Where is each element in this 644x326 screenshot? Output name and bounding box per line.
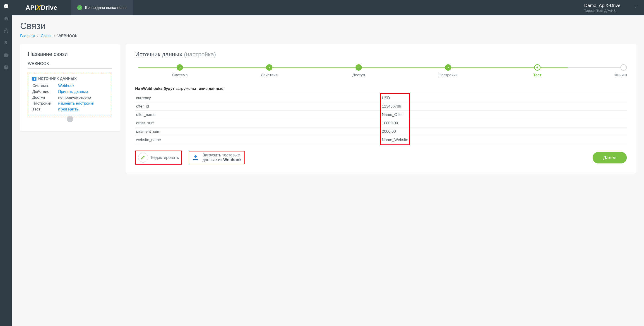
source-badge: 1 — [32, 77, 36, 81]
sidebar-item-billing[interactable] — [0, 37, 12, 49]
page-title: Связи — [20, 21, 636, 31]
data-table: currencyUSDoffer_id123456789offer_nameNa… — [135, 94, 627, 144]
step-action[interactable]: Действие — [225, 64, 314, 78]
load-label: Загрузить тестовые данные из Webhook — [202, 153, 242, 162]
breadcrumb: Главная / Связи / WEBHOOK — [20, 34, 636, 38]
table-value: 2000,00 — [381, 128, 627, 136]
datasource-heading: Источник данных (настройка) — [135, 51, 627, 58]
source-label: Система — [32, 84, 55, 88]
table-key: currency — [135, 94, 381, 102]
source-value: не предусмотрено — [58, 95, 91, 100]
source-value[interactable]: Webhook — [58, 84, 74, 88]
topbar: APIXDrive Все задачи выполнены Demo_ApiX… — [12, 0, 644, 16]
source-row-settings: Настройки изменить настройки — [32, 101, 108, 106]
table-key: website_name — [135, 136, 381, 144]
logo-text-pre: API — [26, 4, 36, 11]
step-access[interactable]: Доступ — [314, 64, 403, 78]
edit-button[interactable]: Редактировать — [135, 150, 182, 164]
edit-label: Редактировать — [151, 155, 179, 160]
check-icon — [176, 64, 183, 71]
source-label: Тест — [32, 107, 55, 112]
step-circle-pending — [620, 64, 627, 71]
check-icon — [445, 64, 451, 71]
user-name: Demo_ApiX-Drive — [584, 3, 620, 8]
table-row: offer_id123456789 — [135, 102, 627, 111]
chevron-down-icon[interactable] — [634, 6, 644, 10]
step-label: Система — [172, 73, 188, 78]
source-box[interactable]: 1 ИСТОЧНИК ДАННЫХ Система Webhook Действ… — [28, 73, 112, 116]
breadcrumb-home[interactable]: Главная — [20, 34, 35, 38]
sidebar — [0, 0, 12, 326]
step-settings[interactable]: Настройки — [403, 64, 493, 78]
table-value: 10000,00 — [381, 119, 627, 128]
table-value: Name_Offer — [381, 111, 627, 119]
step-label: Действие — [261, 73, 278, 78]
sidebar-item-enter[interactable] — [0, 0, 12, 12]
connection-heading: Название связи — [28, 51, 112, 57]
user-menu[interactable]: Demo_ApiX-Drive Тариф |Тест ДРАЙВ| — [584, 3, 634, 12]
sidebar-item-briefcase[interactable] — [0, 49, 12, 61]
table-value: USD — [381, 94, 627, 102]
source-label: Действие — [32, 90, 55, 94]
status-text: Все задачи выполнены — [85, 6, 126, 10]
step-finish[interactable]: Финиш — [582, 64, 627, 78]
logo-x: X — [36, 4, 41, 11]
user-plan: Тариф |Тест ДРАЙВ| — [584, 8, 620, 12]
step-system[interactable]: Система — [135, 64, 225, 78]
stepper: Система Действие Доступ Настройки — [135, 64, 627, 78]
table-value: Name_Website — [381, 136, 627, 144]
sidebar-item-connections[interactable] — [0, 24, 12, 37]
sidebar-item-home[interactable] — [0, 12, 12, 24]
table-key: payment_sum — [135, 128, 381, 136]
panel-connection: Название связи WEBHOOK 1 ИСТОЧНИК ДАННЫХ… — [20, 44, 120, 131]
source-label: Настройки — [32, 101, 55, 106]
data-heading: Из «Webhook» будут загружены такие данны… — [135, 86, 627, 91]
source-value[interactable]: изменить настройки — [58, 101, 94, 106]
check-icon — [356, 64, 362, 71]
source-box-title: ИСТОЧНИК ДАННЫХ — [38, 77, 77, 81]
pencil-icon — [138, 152, 148, 162]
step-label: Доступ — [352, 73, 365, 78]
logo[interactable]: APIXDrive — [26, 4, 57, 11]
step-label: Тест — [533, 73, 542, 78]
check-icon — [266, 64, 272, 71]
step-label: Настройки — [438, 73, 458, 78]
table-key: offer_name — [135, 111, 381, 119]
sidebar-item-help[interactable] — [0, 61, 12, 73]
download-icon — [192, 154, 200, 162]
table-row: website_nameName_Website — [135, 136, 627, 144]
heading-main: Источник данных — [135, 51, 182, 58]
table-row: payment_sum2000,00 — [135, 128, 627, 136]
table-row: currencyUSD — [135, 94, 627, 102]
source-row-test: Тест проверить — [32, 107, 108, 112]
step-circle-active — [534, 64, 540, 71]
table-key: offer_id — [135, 102, 381, 111]
logo-text-post: Drive — [41, 4, 57, 11]
connection-name[interactable]: WEBHOOK — [28, 61, 112, 68]
tasks-status: Все задачи выполнены — [71, 0, 133, 16]
breadcrumb-current: WEBHOOK — [58, 34, 78, 38]
step-test[interactable]: Тест — [493, 64, 582, 78]
source-value[interactable]: проверить — [58, 107, 78, 112]
panel-datasource: Источник данных (настройка) Система — [126, 44, 636, 174]
source-label: Доступ — [32, 95, 55, 100]
table-value: 123456789 — [381, 102, 627, 111]
heading-sub: (настройка) — [184, 51, 216, 58]
check-icon — [77, 5, 82, 10]
table-row: offer_nameName_Offer — [135, 111, 627, 119]
add-step-button[interactable] — [67, 116, 73, 122]
source-value[interactable]: Принять данные — [58, 90, 88, 94]
load-test-data-button[interactable]: Загрузить тестовые данные из Webhook — [189, 151, 244, 164]
table-row: order_sum10000,00 — [135, 119, 627, 128]
source-row-action: Действие Принять данные — [32, 90, 108, 94]
breadcrumb-links[interactable]: Связи — [41, 34, 52, 38]
step-label: Финиш — [614, 73, 627, 78]
source-row-system: Система Webhook — [32, 84, 108, 88]
table-key: order_sum — [135, 119, 381, 128]
source-row-access: Доступ не предусмотрено — [32, 95, 108, 100]
next-button[interactable]: Далее — [592, 152, 627, 164]
